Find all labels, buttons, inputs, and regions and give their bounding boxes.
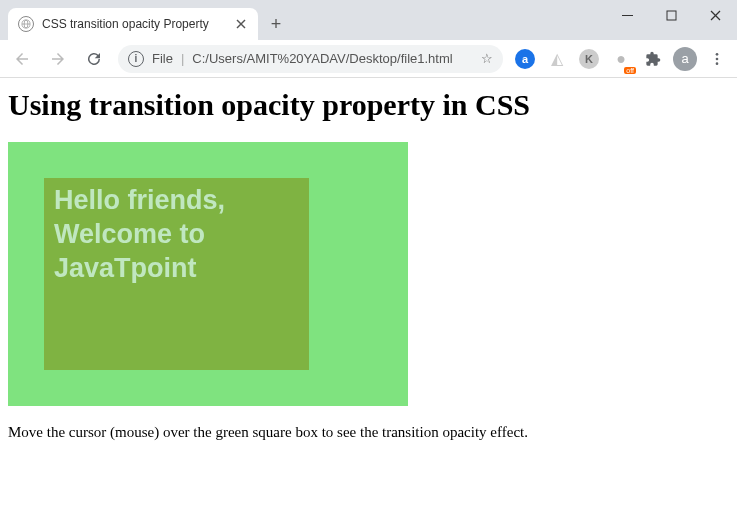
close-tab-icon[interactable] (234, 17, 248, 31)
extension-k-icon[interactable]: K (575, 45, 603, 73)
outer-green-box[interactable]: Hello friends, Welcome to JavaTpoint (8, 142, 408, 406)
instruction-text: Move the cursor (mouse) over the green s… (8, 424, 729, 441)
forward-button[interactable] (42, 43, 74, 75)
box-text: Hello friends, Welcome to JavaTpoint (54, 184, 299, 285)
globe-icon (18, 16, 34, 32)
svg-point-10 (716, 57, 719, 60)
svg-point-11 (716, 62, 719, 65)
url-separator: | (181, 51, 184, 66)
url-prefix: File (152, 51, 173, 66)
extension-triangle-icon[interactable]: ◭ (543, 45, 571, 73)
new-tab-button[interactable]: + (262, 10, 290, 38)
window-controls (605, 0, 737, 30)
address-bar[interactable]: i File | C:/Users/AMIT%20YADAV/Desktop/f… (118, 45, 503, 73)
svg-point-9 (716, 53, 719, 56)
browser-tab[interactable]: CSS transition opacity Property (8, 8, 258, 40)
browser-toolbar: i File | C:/Users/AMIT%20YADAV/Desktop/f… (0, 40, 737, 78)
minimize-button[interactable] (605, 0, 649, 30)
extension-off-icon[interactable]: ●off (607, 45, 635, 73)
maximize-button[interactable] (649, 0, 693, 30)
extension-a-icon[interactable]: a (511, 45, 539, 73)
close-window-button[interactable] (693, 0, 737, 30)
page-heading: Using transition opacity property in CSS (8, 88, 729, 122)
reload-button[interactable] (78, 43, 110, 75)
page-content: Using transition opacity property in CSS… (0, 78, 737, 451)
back-button[interactable] (6, 43, 38, 75)
info-icon[interactable]: i (128, 51, 144, 67)
tab-title: CSS transition opacity Property (42, 17, 226, 31)
star-icon[interactable]: ☆ (481, 51, 493, 66)
browser-titlebar: CSS transition opacity Property + (0, 0, 737, 40)
inner-olive-box: Hello friends, Welcome to JavaTpoint (44, 178, 309, 370)
extensions-puzzle-icon[interactable] (639, 45, 667, 73)
menu-button[interactable] (703, 45, 731, 73)
svg-rect-6 (667, 11, 676, 20)
profile-avatar[interactable]: a (671, 45, 699, 73)
url-path: C:/Users/AMIT%20YADAV/Desktop/file1.html (192, 51, 473, 66)
